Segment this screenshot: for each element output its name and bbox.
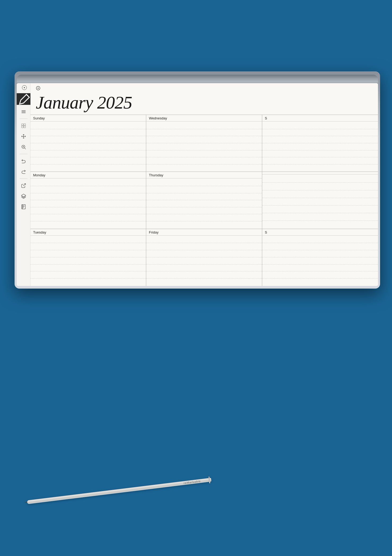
day-line [262, 157, 378, 164]
day-line [262, 175, 378, 183]
export-icon [21, 183, 26, 188]
day-line [30, 221, 146, 228]
sidebar-divider-2 [20, 154, 28, 154]
day-line [146, 164, 262, 171]
day-line [30, 129, 146, 136]
day-line [30, 143, 146, 150]
day-label-saturday-partial: S [262, 115, 378, 122]
redo-button[interactable] [17, 166, 30, 177]
template-icon [21, 204, 26, 209]
pen-icon [17, 92, 30, 106]
main-content: January 2025 Sunday [30, 83, 378, 286]
day-line [30, 207, 146, 214]
day-cell-right-mid [262, 172, 378, 229]
day-line [30, 179, 146, 186]
day-line [146, 264, 262, 272]
tablet-top-bar [17, 75, 378, 83]
header: January 2025 [30, 83, 378, 115]
day-line [146, 221, 262, 228]
layers-button[interactable] [17, 191, 30, 201]
sidebar [17, 83, 30, 286]
day-label-wednesday: Wednesday [146, 115, 262, 122]
day-line [30, 164, 146, 171]
sidebar-divider-3 [20, 178, 28, 179]
svg-line-8 [24, 148, 26, 149]
day-line [262, 236, 378, 243]
zoom-button[interactable] [17, 142, 30, 152]
day-cell-friday: Friday [146, 229, 262, 286]
template-button[interactable] [17, 201, 30, 212]
export-button[interactable] [17, 180, 30, 191]
day-label-saturday-bottom: S [262, 229, 378, 236]
day-label-friday: Friday [146, 229, 262, 236]
day-line [262, 221, 378, 228]
day-line [262, 136, 378, 143]
day-line [30, 264, 146, 272]
day-cell-monday: Monday [30, 172, 146, 229]
day-label-right-mid [262, 172, 378, 174]
svg-rect-5 [21, 126, 23, 128]
day-line [146, 193, 262, 200]
day-line [146, 214, 262, 221]
undo-button[interactable] [17, 156, 30, 166]
day-line [146, 122, 262, 129]
redo-icon [21, 169, 26, 174]
selection-icon [21, 123, 26, 128]
tablet-device: January 2025 Sunday [15, 71, 380, 289]
day-line [30, 271, 146, 279]
day-line [262, 183, 378, 190]
menu-icon [21, 109, 26, 114]
day-cell-saturday-top: S [262, 115, 378, 172]
sidebar-divider-1 [20, 119, 28, 119]
day-lines-saturday-bottom [262, 236, 378, 286]
move-button[interactable] [17, 131, 30, 142]
day-line [146, 157, 262, 164]
day-label-thursday: Thursday [146, 172, 262, 178]
day-lines-saturday-top [262, 122, 378, 172]
day-cell-sunday: Sunday [30, 115, 146, 172]
selection-button[interactable] [17, 120, 30, 131]
day-line [30, 243, 146, 250]
svg-rect-3 [21, 124, 23, 126]
day-line [30, 122, 146, 129]
day-line [262, 271, 378, 279]
day-cell-saturday-bottom: S [262, 229, 378, 286]
day-line [146, 257, 262, 264]
day-line [30, 150, 146, 158]
day-line [146, 179, 262, 186]
day-line [262, 213, 378, 221]
day-line [262, 129, 378, 136]
day-lines-thursday [146, 178, 262, 228]
day-lines-sunday [30, 122, 146, 172]
day-label-tuesday: Tuesday [30, 229, 146, 236]
svg-line-11 [23, 184, 25, 186]
day-line [262, 198, 378, 206]
day-line [146, 271, 262, 279]
day-lines-monday [30, 178, 146, 228]
zoom-icon [21, 144, 26, 150]
day-line [262, 243, 378, 250]
svg-rect-6 [24, 126, 25, 128]
day-line [146, 236, 262, 243]
day-line [262, 190, 378, 198]
menu-button[interactable] [17, 106, 30, 117]
day-line [262, 150, 378, 158]
day-line [146, 250, 262, 257]
svg-point-20 [38, 88, 39, 89]
day-line [30, 250, 146, 257]
day-lines-wednesday [146, 122, 262, 172]
pen-tool-button[interactable] [17, 93, 30, 105]
day-line [146, 136, 262, 143]
day-line [30, 214, 146, 221]
day-cell-wednesday: Wednesday [146, 115, 262, 172]
day-lines-right-mid [262, 174, 378, 228]
day-line [146, 207, 262, 214]
day-line [30, 257, 146, 264]
day-line [146, 279, 262, 285]
day-line [262, 122, 378, 129]
day-line [146, 186, 262, 193]
circle-indicator [36, 86, 41, 92]
calendar-grid: Sunday Wednesday [30, 115, 378, 286]
day-line [262, 279, 378, 285]
day-line [30, 200, 146, 207]
